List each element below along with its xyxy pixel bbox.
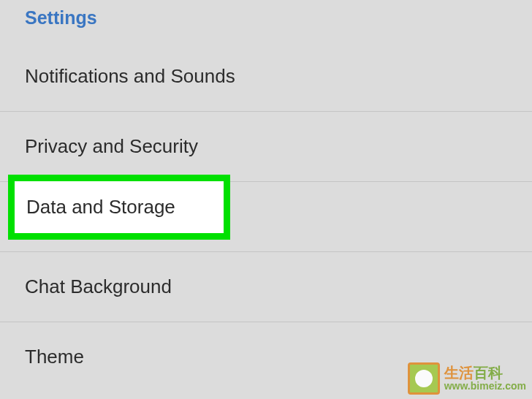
settings-item-privacy[interactable]: Privacy and Security <box>0 111 532 181</box>
settings-item-label: Notifications and Sounds <box>25 65 235 87</box>
watermark-logo-icon <box>408 362 440 395</box>
settings-item-label: Theme <box>25 346 84 368</box>
settings-header: Settings <box>0 0 532 42</box>
settings-item-notifications[interactable]: Notifications and Sounds <box>0 42 532 111</box>
settings-title: Settings <box>25 7 507 28</box>
settings-item-chat-background[interactable]: Chat Background <box>0 251 532 322</box>
watermark-cn-text: 生活百科 <box>444 365 526 381</box>
highlight-data-storage: Data and Storage <box>8 175 230 240</box>
highlight-label: Data and Storage <box>26 196 175 218</box>
watermark-text: 生活百科 www.bimeiz.com <box>444 365 526 392</box>
watermark-cn-part2: 百科 <box>474 365 503 381</box>
watermark-url: www.bimeiz.com <box>444 381 526 392</box>
watermark: 生活百科 www.bimeiz.com <box>408 362 526 395</box>
settings-item-label: Privacy and Security <box>25 135 198 157</box>
settings-item-label: Chat Background <box>25 276 172 297</box>
watermark-cn-part1: 生活 <box>444 365 474 381</box>
